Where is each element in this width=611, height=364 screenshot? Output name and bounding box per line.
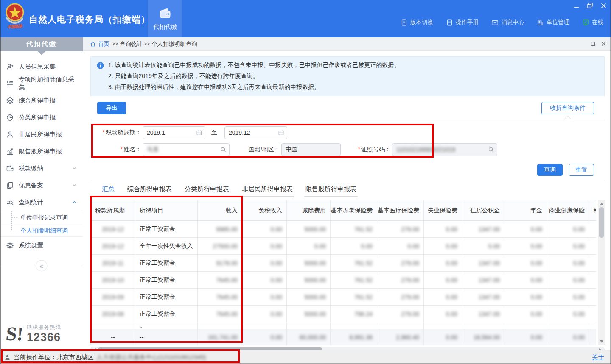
breadcrumb-separator: >> (112, 41, 120, 47)
vertical-scrollbar[interactable] (598, 200, 605, 345)
id-number-input[interactable]: 110102199904221019 (392, 143, 497, 156)
calendar-icon[interactable] (278, 130, 284, 136)
cell-收入: 7645.00 (198, 289, 242, 306)
vertical-scroll-thumb[interactable] (599, 207, 604, 238)
tab-maximize-icon[interactable] (591, 42, 595, 46)
table-row-header: 税款所属期所得项目收入免税收入减除费用基本养老保险费基本医疗保险费失业保险费住房… (91, 200, 596, 221)
user-plus-icon (6, 63, 14, 71)
tab-综合所得申报表[interactable]: 综合所得申报表 (126, 185, 173, 197)
window-close-button[interactable] (600, 2, 607, 9)
cell-收入: 161,741.00 (198, 329, 242, 345)
module-tab-daikoudaijiao[interactable]: 代扣代缴 (148, 0, 182, 37)
cell-所得项目: 全年一次性奖金收入 (135, 238, 198, 255)
search-icon[interactable] (220, 147, 227, 153)
sidebar-collapse-button[interactable]: « (36, 260, 47, 272)
header-nav-单位管理[interactable]: 单位管理 (537, 19, 569, 26)
about-link[interactable]: 关于 (592, 353, 604, 361)
app-header: 中国税务 自然人电子税务局（扣缴端） 代扣代缴 版本切换操作手册消息中心单位管理… (0, 0, 611, 37)
notice-line: 2. 只能查询2019年及之后的数据，不能进行跨年度查询。 (108, 70, 400, 81)
period-from-input[interactable]: 2019.1 (143, 126, 205, 139)
sidebar-item-查询统计[interactable]: 查询统计 (0, 194, 83, 211)
cell-商业健康保险: 0.00 (547, 306, 589, 322)
window-minimize-button[interactable] (573, 2, 580, 9)
period-label: *税款所属期： (94, 129, 141, 136)
chart-icon (6, 147, 14, 156)
sidebar-item-人员信息采集[interactable]: 人员信息采集 (0, 58, 83, 75)
scroll-up-arrow[interactable] (598, 200, 605, 207)
period-to-input[interactable]: 2019.12 (224, 126, 287, 139)
tab-非居民所得申报表[interactable]: 非居民所得申报表 (241, 185, 294, 197)
sidebar-item-限售股所得申报[interactable]: 限售股所得申报 (0, 143, 83, 160)
hotline-number: 12366 (27, 331, 61, 344)
cell-失业保险费: 0.00 (424, 221, 462, 238)
chevron-up-icon (72, 200, 77, 205)
cell-住房公积金: 18,564.00 (462, 329, 504, 345)
column-header-税: 税 (589, 200, 596, 221)
cell-住房公积金: 1347.00 (462, 289, 504, 306)
breadcrumb-home-link[interactable]: 首页 (90, 40, 109, 48)
cell-住房公积金 (462, 322, 504, 329)
cell-所得项目: 正常工资薪金 (135, 221, 198, 238)
tab-汇总[interactable]: 汇总 (101, 185, 116, 197)
cell-税 (589, 255, 596, 272)
cell-基本医疗保险费 (377, 322, 424, 329)
cell-基本医疗保险费: 2,960.40 (377, 329, 424, 345)
reset-button[interactable]: 重置 (569, 164, 594, 176)
collapse-query-button[interactable]: 收折查询条件 (541, 102, 594, 114)
cell-基本养老保险费 (331, 322, 377, 329)
status-bar: 当前操作单位：北京市西城区 人力资源公共服务中心(1211010812345) … (0, 350, 611, 364)
sidebar-subitem-个人扣缴明细查询[interactable]: 个人扣缴明细查询 (0, 224, 83, 237)
cell-住房公积金: 0.00 (462, 238, 504, 255)
search-icon[interactable] (488, 147, 494, 153)
cell-基本医疗保险费: 0.00 (377, 238, 424, 255)
tab-分类所得申报表[interactable]: 分类所得申报表 (183, 185, 230, 197)
cell-基本医疗保险费: 279.00 (377, 255, 424, 272)
calendar-icon[interactable] (196, 130, 202, 136)
nationality-input[interactable]: 中国 (281, 143, 341, 156)
name-input[interactable]: 马某 (143, 143, 230, 156)
doc-icon (401, 19, 408, 26)
cell-住房公积金: 1347.00 (462, 272, 504, 289)
horizontal-scrollbar[interactable] (90, 347, 605, 350)
cell-基本医疗保险费: 279.00 (377, 272, 424, 289)
query-button[interactable]: 查询 (537, 164, 563, 176)
sidebar-item-分类所得申报[interactable]: 分类所得申报 (0, 109, 83, 126)
cell-税 (589, 306, 596, 322)
sidebar-subitem-单位申报记录查询[interactable]: 单位申报记录查询 (0, 211, 83, 224)
cell-免税收入: 0.00 (242, 329, 287, 345)
column-header-商业健康保险: 商业健康保险 (547, 200, 589, 221)
window-restore-button[interactable] (586, 2, 593, 9)
cell-所得项目: 正常工资薪金 (135, 255, 198, 272)
header-nav-版本切换[interactable]: 版本切换 (401, 19, 433, 26)
cell-基本养老保险费: 761.52 (331, 289, 377, 306)
mail-icon (491, 19, 499, 26)
sidebar-item-专项附加扣除信息采集[interactable]: 专项附加扣除信息采集 (0, 75, 83, 92)
column-header-年金: 年金 (504, 200, 547, 221)
cell-基本医疗保险费: 279.00 (377, 306, 424, 322)
sidebar-item-系统设置[interactable]: 系统设置 (0, 237, 83, 254)
sidebar-item-综合所得申报[interactable]: 综合所得申报 (0, 92, 83, 109)
cell-商业健康保险: 0.00 (547, 221, 589, 238)
cell-失业保险费: 0.00 (424, 306, 462, 322)
breadcrumb: 首页 >> 查询统计 >> 个人扣缴明细查询 (83, 37, 611, 51)
sidebar-item-非居民所得申报[interactable]: 非居民所得申报 (0, 126, 83, 143)
export-button[interactable]: 导出 (97, 102, 126, 114)
cell-基本养老保险费: 761.52 (331, 221, 377, 238)
cell-税款所属期: 2019-12 (91, 221, 135, 238)
sidebar-item-税款缴纳[interactable]: 税款缴纳 (0, 160, 83, 177)
query-form: *税款所属期： 2019.1 至 2019.12 (90, 120, 605, 161)
tab-限售股所得申报表[interactable]: 限售股所得申报表 (304, 185, 358, 197)
cell-基本养老保险费: 761.52 (331, 272, 377, 289)
tab-close-icon[interactable] (601, 42, 606, 46)
nationality-label: 国籍/地区： (236, 146, 280, 153)
header-nav-操作手册[interactable]: 操作手册 (446, 19, 479, 26)
header-nav-消息中心[interactable]: 消息中心 (491, 19, 524, 26)
header-nav-在线[interactable]: 在线 (582, 19, 603, 26)
scroll-down-arrow[interactable] (598, 338, 605, 345)
cell-减除费用: 60,000.00 (287, 329, 331, 345)
cell-税款所属期: -- (91, 329, 135, 345)
cell-失业保险费: 0.00 (424, 289, 462, 306)
search-list-icon (6, 198, 14, 206)
sidebar-item-优惠备案[interactable]: 优惠备案 (0, 177, 83, 194)
cell-年金: 0.00 (504, 255, 547, 272)
